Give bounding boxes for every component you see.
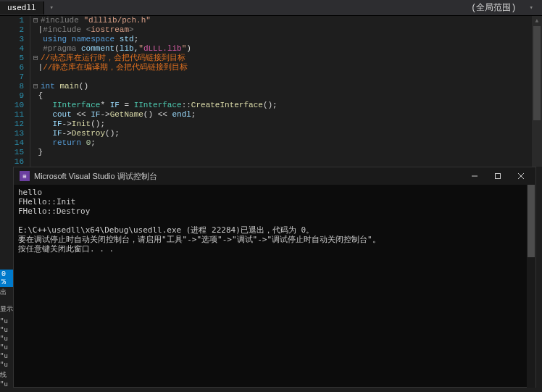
scope-selector[interactable]: (全局范围) ▾ [59, 1, 542, 14]
close-button[interactable] [509, 168, 533, 184]
scope-label: (全局范围) [471, 1, 516, 14]
line-number: 4 [0, 44, 24, 54]
line-number: 8 [0, 82, 24, 91]
line-number: 7 [0, 72, 24, 82]
editor-tab-bar: usedll ▾ (全局范围) ▾ [0, 0, 542, 16]
output-line: "u [0, 317, 13, 326]
line-number: 2 [0, 25, 24, 35]
code-area[interactable]: ⊟#include "dlllib/pch.h" |#include <iost… [30, 16, 542, 167]
line-number: 5 [0, 54, 24, 63]
fold-toggle[interactable]: ⊟ [33, 54, 41, 63]
editor-scrollbar[interactable]: ▲ [532, 16, 542, 167]
console-output: hello FHello::Init FHello::Destroy E:\C+… [14, 185, 535, 257]
chevron-down-icon[interactable]: ▾ [44, 4, 59, 12]
output-line: "u [0, 343, 13, 352]
line-number: 11 [0, 110, 24, 120]
output-line: "u [0, 380, 13, 389]
line-number: 12 [0, 120, 24, 129]
code-editor[interactable]: 12345678910111213141516 ⊟#include "dllli… [0, 16, 542, 167]
output-line: "u [0, 326, 13, 335]
svg-rect-1 [496, 174, 501, 179]
line-number: 15 [0, 148, 24, 157]
chevron-down-icon[interactable]: ▾ [524, 4, 539, 12]
output-line: "u [0, 335, 13, 343]
fold-toggle[interactable]: ⊟ [33, 82, 41, 91]
scrollbar-thumb[interactable] [533, 26, 541, 120]
output-line: 线 [0, 370, 13, 380]
line-number: 6 [0, 63, 24, 72]
console-title: Microsoft Visual Studio 调试控制台 [34, 171, 463, 182]
minimize-button[interactable] [463, 168, 486, 184]
left-output-panel: 0 % 出 显示 "u"u"u"u"u"u线"u [0, 270, 13, 392]
line-number: 10 [0, 101, 24, 110]
output-line: "u [0, 361, 13, 370]
line-number: 9 [0, 91, 24, 101]
panel-tab[interactable]: 显示 [0, 304, 13, 314]
progress-percent: 0 % [0, 270, 13, 287]
console-titlebar[interactable]: ⊞ Microsoft Visual Studio 调试控制台 [14, 167, 535, 185]
fold-toggle[interactable]: ⊟ [33, 16, 41, 25]
file-tab-usedll[interactable]: usedll [0, 1, 44, 14]
line-number: 14 [0, 138, 24, 148]
scrollbar-thumb[interactable] [528, 185, 535, 257]
line-number: 3 [0, 35, 24, 44]
scroll-up-icon[interactable]: ▲ [532, 16, 542, 26]
panel-tab[interactable]: 出 [0, 287, 13, 298]
line-number: 16 [0, 157, 24, 167]
console-scrollbar[interactable] [527, 185, 535, 388]
line-number: 1 [0, 16, 24, 25]
output-line: "u [0, 352, 13, 361]
line-number: 13 [0, 129, 24, 138]
maximize-button[interactable] [486, 168, 509, 184]
line-gutter: 12345678910111213141516 [0, 16, 30, 167]
vs-icon: ⊞ [20, 171, 30, 181]
debug-console-window: ⊞ Microsoft Visual Studio 调试控制台 hello FH… [13, 167, 536, 388]
